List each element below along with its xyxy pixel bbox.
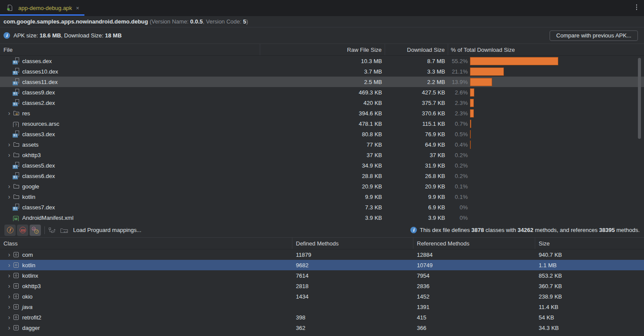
expand-chevron-icon[interactable]: ›	[6, 252, 13, 258]
folder-icon	[13, 183, 20, 190]
file-table-row[interactable]: 01classes2.dex420 KB375.7 KB2.3%	[0, 97, 644, 108]
class-name: com	[22, 252, 33, 258]
file-table-row[interactable]: 01classes11.dex2.5 MB2.2 MB13.9%	[0, 77, 644, 87]
expand-chevron-icon[interactable]: ›	[6, 283, 13, 289]
dex-info-text: iThis dex file defines 3878 classes with…	[410, 227, 640, 233]
class-table-row[interactable]: ›dagger36236634.3 KB	[0, 323, 644, 333]
file-name-cell: 01classes5.dex	[0, 162, 260, 169]
column-header-size[interactable]: Size	[535, 240, 644, 247]
percent-value: 0%	[448, 204, 468, 211]
file-table-row[interactable]: ?resources.arsc478.1 KB115.1 KB0.7%	[0, 118, 644, 129]
download-percent-bar	[470, 78, 492, 86]
file-table-row[interactable]: 01classes9.dex469.3 KB427.5 KB2.6%	[0, 87, 644, 97]
expand-chevron-icon[interactable]: ›	[6, 304, 13, 310]
expand-chevron-icon[interactable]: ›	[6, 110, 13, 116]
download-size-cell: 76.9 KB	[385, 131, 448, 138]
file-table-row[interactable]: 01classes5.dex34.9 KB31.9 KB0.2%	[0, 160, 644, 171]
class-table-row[interactable]: ›kotlinx76147954853.2 KB	[0, 270, 644, 281]
expand-chevron-icon[interactable]: ›	[6, 141, 13, 148]
file-name-cell: ›google	[0, 183, 260, 190]
file-table-row[interactable]: 01classes7.dex7.3 KB6.9 KB0%	[0, 202, 644, 212]
file-name: classes5.dex	[22, 162, 55, 169]
show-methods-button[interactable]: m	[17, 225, 28, 236]
class-name-cell: ›okhttp3	[0, 282, 292, 289]
tab-apk-file[interactable]: app-demo-debug.apk ×	[0, 0, 84, 16]
defined-methods-cell: 9682	[292, 262, 413, 269]
file-table-row[interactable]: 01classes6.dex28.8 KB26.8 KB0.2%	[0, 171, 644, 181]
expand-chevron-icon[interactable]: ›	[6, 293, 13, 299]
package-name: com.google.samples.apps.nowinandroid.dem…	[3, 18, 148, 25]
vertical-scrollbar[interactable]	[638, 58, 641, 139]
raw-size-cell: 9.9 KB	[260, 194, 385, 200]
referenced-methods-cell: 1452	[413, 293, 535, 300]
percent-value: 2.3%	[448, 110, 468, 117]
tab-title: app-demo-debug.apk	[18, 5, 72, 11]
file-name: okhttp3	[22, 152, 41, 158]
raw-size-cell: 77 KB	[260, 141, 385, 148]
more-options-icon[interactable]	[636, 4, 637, 10]
expand-chevron-icon[interactable]: ›	[6, 272, 13, 279]
defined-methods-cell: 362	[292, 325, 413, 331]
download-size-cell: 31.9 KB	[385, 162, 448, 169]
column-header-defined-methods[interactable]: Defined Methods	[292, 238, 413, 249]
expand-chevron-icon[interactable]: ›	[6, 262, 13, 268]
file-name-cell: ›kotlin	[0, 193, 260, 200]
file-table-row[interactable]: 01classes3.dex80.8 KB76.9 KB0.5%	[0, 129, 644, 139]
class-name-cell: ›com	[0, 251, 292, 258]
column-header-file[interactable]: File	[0, 44, 260, 55]
file-table-row[interactable]: ›res394.6 KB370.6 KB2.3%	[0, 108, 644, 118]
file-name: classes9.dex	[22, 89, 55, 96]
referenced-methods-cell: 1391	[413, 304, 535, 310]
apk-file-icon	[6, 4, 13, 11]
show-fields-button[interactable]: f	[4, 225, 16, 236]
deobfuscate-names-icon[interactable]: a.b	[60, 227, 68, 234]
download-size-cell: 3.9 KB	[385, 215, 448, 221]
expand-chevron-icon[interactable]: ›	[6, 325, 13, 331]
percent-value: 2.6%	[448, 89, 468, 96]
class-name: kotlinx	[22, 272, 38, 279]
file-table-row[interactable]: MAndroidManifest.xml3.9 KB3.9 KB0%	[0, 212, 644, 223]
expand-chevron-icon[interactable]: ›	[6, 314, 13, 320]
column-header-download-size[interactable]: Download Size	[385, 44, 448, 55]
file-name: google	[22, 183, 39, 190]
file-name: resources.arsc	[22, 121, 59, 127]
percent-value: 0.1%	[448, 194, 468, 200]
compare-apk-button[interactable]: Compare with previous APK...	[550, 30, 638, 41]
expand-tree-icon[interactable]	[48, 227, 56, 234]
column-header-percent[interactable]: % of Total Download Size	[448, 47, 644, 53]
folder-icon	[13, 151, 20, 158]
class-table-row[interactable]: ›com1187912884940.7 KB	[0, 249, 644, 260]
column-header-raw-size[interactable]: Raw File Size	[260, 44, 385, 55]
expand-chevron-icon[interactable]: ›	[6, 194, 13, 200]
file-table-row[interactable]: ›okhttp337 KB37 KB0.2%	[0, 150, 644, 160]
class-table-row[interactable]: ›retrofit239841554 KB	[0, 312, 644, 323]
download-percent-bar	[470, 67, 504, 76]
close-icon[interactable]: ×	[76, 5, 80, 11]
percent-cell: 0.5%	[448, 129, 644, 139]
class-table-row[interactable]: ›okio14341452238.9 KB	[0, 291, 644, 302]
referenced-methods-cell: 366	[413, 325, 535, 331]
file-name-cell: ?resources.arsc	[0, 120, 260, 127]
manifest-file-icon: M	[13, 214, 20, 221]
dex-toolbar: f m mf a.b Load Proguard mappings... iTh…	[0, 223, 644, 238]
percent-cell: 0.2%	[448, 160, 644, 171]
class-table-row[interactable]: ›okhttp328182836360.7 KB	[0, 281, 644, 291]
info-icon: i	[3, 32, 10, 39]
expand-chevron-icon[interactable]: ›	[6, 152, 13, 158]
file-table-row[interactable]: 01classes10.dex3.7 MB3.3 MB21.1%	[0, 66, 644, 77]
class-table-row[interactable]: ›kotlin9682107491.1 MB	[0, 260, 644, 270]
class-table-row[interactable]: ›java139111.4 KB	[0, 302, 644, 312]
class-name-cell: ›kotlin	[0, 262, 292, 269]
size-cell: 853.2 KB	[535, 272, 644, 279]
raw-size-cell: 20.9 KB	[260, 183, 385, 190]
column-header-referenced-methods[interactable]: Referenced Methods	[413, 238, 535, 249]
size-cell: 11.4 KB	[535, 304, 644, 310]
file-table-row[interactable]: ›google20.9 KB20.9 KB0.1%	[0, 181, 644, 192]
expand-chevron-icon[interactable]: ›	[6, 183, 13, 189]
file-table-row[interactable]: ›kotlin9.9 KB9.9 KB0.1%	[0, 192, 644, 202]
dex-file-icon: 01	[13, 204, 20, 211]
file-table-row[interactable]: ›assets77 KB64.9 KB0.4%	[0, 139, 644, 150]
show-referenced-button[interactable]: mf	[30, 225, 41, 236]
column-header-class[interactable]: Class	[0, 238, 292, 249]
file-table-row[interactable]: 01classes.dex10.3 MB8.7 MB55.2%	[0, 56, 644, 66]
